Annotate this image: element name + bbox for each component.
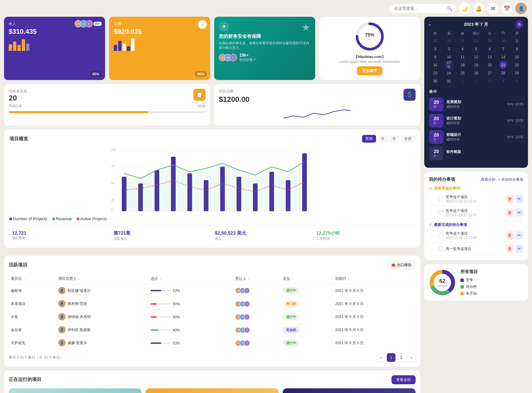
cal-dn2[interactable]: 2: [472, 77, 480, 85]
cal-dn4[interactable]: 4: [499, 77, 507, 85]
cell-due: 2021 年 9 月 6 日: [333, 284, 416, 298]
cal-d2[interactable]: 2: [431, 45, 439, 53]
cal-d27[interactable]: 27: [486, 69, 494, 77]
cal-d10[interactable]: 10: [445, 53, 453, 61]
cal-day-27[interactable]: 27: [458, 37, 466, 45]
next-page-btn[interactable]: ›: [407, 353, 416, 362]
todo-title-2: 竞争这个项目: [446, 208, 503, 213]
avatar[interactable]: 👤: [515, 3, 527, 14]
cal-d6[interactable]: 6: [486, 45, 494, 53]
cal-d28[interactable]: 28: [499, 69, 507, 77]
all-projects-inner: 62 Compete 所有项目 竞争 待办的: [429, 269, 523, 296]
cal-dn3[interactable]: 3: [486, 77, 494, 85]
cal-d17[interactable]: 17号: [445, 61, 453, 69]
tab-month[interactable]: 月: [377, 135, 388, 143]
cal-d9[interactable]: 9: [431, 53, 439, 61]
cal-d4[interactable]: 4: [458, 45, 466, 53]
cal-settings-btn[interactable]: ⚙: [515, 20, 523, 28]
todo-add-btn[interactable]: + 添加待办事项: [498, 177, 523, 182]
todo-item-1: ⋮⋮ 竞争这个项目 2023-12-26 07:15:00 🗑 ✏: [429, 192, 523, 206]
todo-edit-3[interactable]: ✏: [515, 231, 523, 239]
manager-name: 奥利弗·范亚: [68, 301, 87, 306]
cal-d7[interactable]: 7: [499, 45, 507, 53]
drag-handle-3[interactable]: ⋮⋮: [429, 234, 436, 237]
mail-btn[interactable]: ✉: [487, 3, 499, 14]
todo-edit-4[interactable]: ✏: [515, 245, 523, 253]
cal-d16[interactable]: 16: [431, 61, 439, 69]
cal-day-29[interactable]: 29: [486, 37, 494, 45]
todo-delete-2[interactable]: 🗑: [506, 209, 514, 217]
cal-d29[interactable]: 29: [513, 69, 521, 77]
cal-d25[interactable]: 25: [458, 69, 466, 77]
cell-manager: 👤 利亚娜·瑞查尔: [56, 284, 149, 297]
cal-d5[interactable]: 5: [472, 45, 480, 53]
drag-handle-2[interactable]: ⋮⋮: [429, 211, 436, 215]
checkbox-2[interactable]: [438, 210, 443, 215]
progress-fill: [151, 316, 157, 318]
tab-year[interactable]: 年: [389, 135, 400, 143]
stat-projects-value: 12,721: [12, 230, 108, 236]
cal-d11[interactable]: 11: [458, 53, 466, 61]
cal-d21[interactable]: 21: [499, 61, 507, 69]
circle-btn[interactable]: 更多细节: [357, 66, 382, 75]
status-badge: 进行中: [283, 314, 299, 320]
svg-text:100: 100: [111, 148, 116, 151]
cal-d20[interactable]: 20: [486, 61, 494, 69]
checkbox-4[interactable]: [438, 246, 443, 251]
drag-handle-4[interactable]: ⋮⋮: [429, 247, 436, 251]
cal-d12[interactable]: 12: [472, 53, 480, 61]
checkbox-3[interactable]: [438, 233, 443, 238]
cal-d22[interactable]: 22: [513, 61, 521, 69]
cal-d3[interactable]: 3: [445, 45, 453, 53]
moon-btn[interactable]: 🌙: [459, 3, 470, 14]
manager-avatar: 👤: [58, 313, 66, 320]
todo-delete-1[interactable]: 🗑: [506, 195, 514, 203]
settings-icon: ⚙: [518, 22, 521, 27]
todo-delete-4[interactable]: 🗑: [506, 245, 514, 253]
cal-d8[interactable]: 8: [513, 45, 521, 53]
cal-d24[interactable]: 24: [445, 69, 453, 77]
cal-d23[interactable]: 23: [431, 69, 439, 77]
cal-d15[interactable]: 15: [513, 53, 521, 61]
bell-btn[interactable]: 🔔: [473, 3, 484, 14]
cal-day-26[interactable]: 26: [445, 37, 453, 45]
cal-day-25[interactable]: 25: [431, 37, 439, 45]
export-btn[interactable]: 📤 出口报告: [387, 260, 416, 269]
tab-week[interactable]: 星期: [362, 135, 376, 143]
todo-actions-1: 🗑 ✏: [506, 195, 523, 203]
prev-page-btn[interactable]: ‹: [377, 353, 385, 362]
manager-name: 伊利亚·愈婧斯: [68, 327, 91, 332]
cal-d31[interactable]: 31: [445, 77, 453, 85]
todo-view-all[interactable]: 查看全部: [481, 177, 496, 182]
event-1-time: 中午 12:05: [507, 102, 523, 107]
cal-d19[interactable]: 19: [472, 61, 480, 69]
cal-d14[interactable]: 14: [499, 53, 507, 61]
cal-day-1[interactable]: 1: [513, 37, 521, 45]
status-badge: 停刀的: [283, 301, 299, 307]
running-view-all-btn[interactable]: 查看全部: [391, 375, 416, 384]
cal-d18[interactable]: 18: [458, 61, 466, 69]
cal-dn5[interactable]: 5: [513, 77, 521, 85]
cal-prev-btn[interactable]: ‹: [429, 22, 431, 27]
todo-title-3: 竞争这个项目: [446, 231, 503, 236]
page-1-btn[interactable]: 1: [387, 353, 395, 362]
search-input[interactable]: [394, 6, 444, 11]
drag-handle-1[interactable]: ⋮⋮: [429, 197, 436, 201]
cal-d13[interactable]: 13: [486, 53, 494, 61]
revenue-title: 收入: [9, 21, 100, 26]
page-2-btn[interactable]: 2: [397, 353, 406, 362]
todo-edit-1[interactable]: ✏: [515, 195, 523, 203]
cal-day-28[interactable]: 28: [472, 37, 480, 45]
cal-d26[interactable]: 26: [472, 69, 480, 77]
todo-delete-3[interactable]: 🗑: [506, 231, 514, 239]
cal-day-30[interactable]: 30: [499, 37, 507, 45]
todo-edit-2[interactable]: ✏: [515, 209, 523, 217]
checkbox-1[interactable]: [438, 196, 443, 201]
circle-card: 75% ✓ 【biqubiqu.com】 Lorem ipsum dolor s…: [319, 17, 420, 80]
cal-week-3: 9 10 11 12 13 14 15: [429, 53, 523, 61]
calendar-btn[interactable]: 📅: [501, 3, 513, 14]
cal-d30[interactable]: 30: [431, 77, 439, 85]
tab-all[interactable]: 全部: [401, 135, 415, 143]
search-box[interactable]: 🔍: [389, 4, 456, 13]
cal-dn1[interactable]: 1: [458, 77, 466, 85]
